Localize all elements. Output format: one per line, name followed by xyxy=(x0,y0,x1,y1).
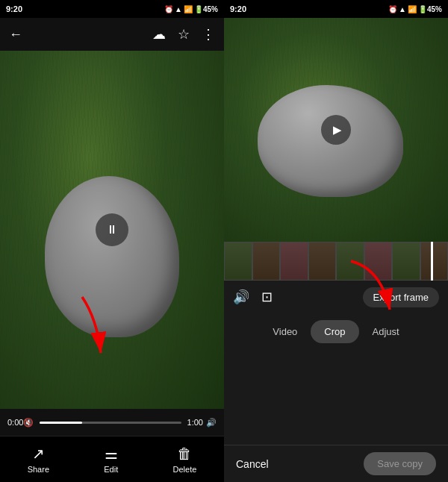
export-bar: 🔊 ⊡ Export frame xyxy=(224,281,448,313)
upload-icon[interactable]: ☁ xyxy=(152,26,166,43)
strip-frames xyxy=(224,242,448,281)
play-button[interactable]: ▶ xyxy=(321,115,351,145)
progress-bar[interactable] xyxy=(40,422,181,424)
left-time-elapsed: 0:00 xyxy=(7,418,23,427)
volume-icon-left: 🔇 xyxy=(23,418,34,428)
pause-icon: ⏸ xyxy=(106,223,118,237)
export-frame-button[interactable]: Export frame xyxy=(363,287,439,307)
share-icon: ↗ xyxy=(32,445,45,463)
left-status-icons: ⏰ ▲ 📶 🔋45% xyxy=(164,5,218,13)
timeline-strip[interactable] xyxy=(224,242,448,281)
star-icon[interactable]: ☆ xyxy=(178,26,190,43)
left-panel: 9:20 ⏰ ▲ 📶 🔋45% ← ☁ ☆ ⋮ ⏸ xyxy=(0,0,224,482)
strip-frame-8 xyxy=(420,242,449,281)
tab-adjust[interactable]: Adjust xyxy=(359,320,413,343)
left-video-area[interactable]: ⏸ xyxy=(0,51,224,409)
edit-label: Edit xyxy=(104,465,118,474)
strip-frame-3 xyxy=(280,242,308,281)
strip-frame-5 xyxy=(336,242,364,281)
left-top-nav: ← ☁ ☆ ⋮ xyxy=(0,18,224,51)
delete-icon: 🗑 xyxy=(177,445,192,463)
tabs-bar: Video Crop Adjust xyxy=(224,313,448,349)
tab-crop[interactable]: Crop xyxy=(311,320,358,343)
left-time: 9:20 xyxy=(6,4,22,13)
right-status-bar: 9:20 ⏰ ▲ 📶 🔋45% xyxy=(224,0,448,18)
right-video-area[interactable]: ▶ xyxy=(224,18,448,242)
edit-icon: ⚌ xyxy=(105,445,118,463)
edit-button[interactable]: ⚌ Edit xyxy=(104,445,118,474)
delete-label: Delete xyxy=(173,465,197,474)
left-status-bar: 9:20 ⏰ ▲ 📶 🔋45% xyxy=(0,0,224,18)
pause-button[interactable]: ⏸ xyxy=(96,213,128,246)
save-copy-button[interactable]: Save copy xyxy=(364,452,436,475)
strip-frame-6 xyxy=(364,242,393,281)
frame-export-icon[interactable]: ⊡ xyxy=(261,289,273,305)
left-bottom-nav: ↗ Share ⚌ Edit 🗑 Delete xyxy=(0,436,224,482)
cancel-button[interactable]: Cancel xyxy=(236,458,269,470)
strip-frame-2 xyxy=(252,242,281,281)
right-spacer xyxy=(224,349,448,445)
right-bottom-actions: Cancel Save copy xyxy=(224,445,448,482)
left-video-controls: 0:00 🔇 1:00 🔊 xyxy=(0,409,224,436)
strip-frame-7 xyxy=(392,242,420,281)
timeline-indicator xyxy=(431,242,433,281)
tab-video[interactable]: Video xyxy=(259,320,311,343)
left-time-total: 1:00 xyxy=(187,418,203,427)
sound-icon[interactable]: 🔊 xyxy=(233,289,249,305)
progress-fill xyxy=(40,422,82,424)
share-button[interactable]: ↗ Share xyxy=(28,445,49,474)
volume-icon-right: 🔊 xyxy=(206,418,217,428)
share-label: Share xyxy=(28,465,49,474)
more-icon[interactable]: ⋮ xyxy=(202,26,215,43)
strip-frame-1 xyxy=(224,242,252,281)
play-icon: ▶ xyxy=(333,123,342,137)
delete-button[interactable]: 🗑 Delete xyxy=(173,445,197,474)
back-button[interactable]: ← xyxy=(9,27,22,43)
strip-frame-4 xyxy=(308,242,337,281)
right-panel: 9:20 ⏰ ▲ 📶 🔋45% ▶ xyxy=(224,0,448,482)
export-icons-group: 🔊 ⊡ xyxy=(233,289,273,305)
right-time: 9:20 xyxy=(230,4,246,13)
left-nav-icons: ☁ ☆ ⋮ xyxy=(152,26,215,43)
right-status-icons: ⏰ ▲ 📶 🔋45% xyxy=(388,5,442,13)
